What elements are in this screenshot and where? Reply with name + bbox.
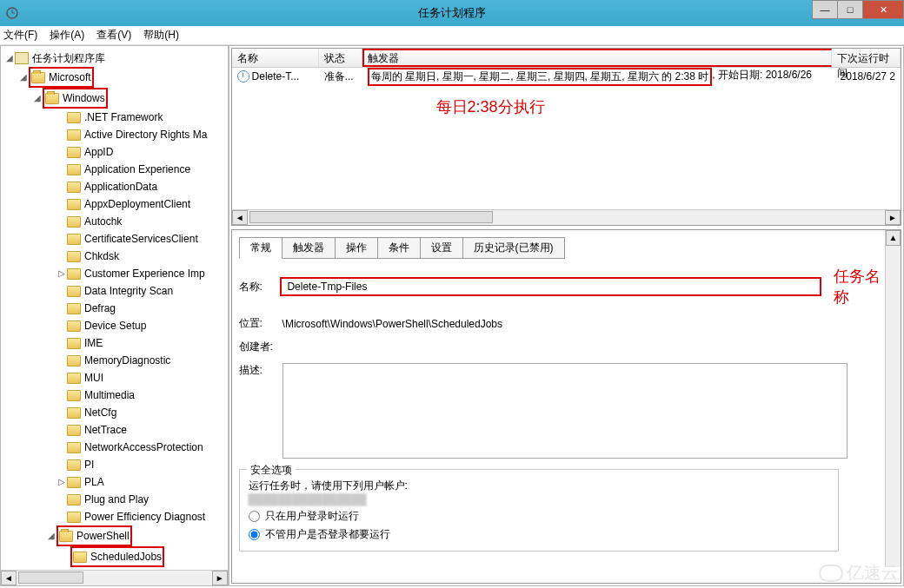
tree-item[interactable]: Chkdsk	[4, 248, 228, 265]
tree-windows[interactable]: Windows	[63, 89, 105, 107]
task-next-run: 2018/6/27 2	[835, 70, 901, 83]
tab-history[interactable]: 历史记录(已禁用)	[462, 237, 565, 259]
task-detail: 常规 触发器 操作 条件 设置 历史记录(已禁用) 名称: Delete-Tmp…	[231, 229, 901, 584]
tree-item[interactable]: AppID	[4, 143, 228, 161]
minimize-button[interactable]: —	[812, 0, 838, 19]
folder-icon	[67, 459, 81, 471]
app-icon	[5, 6, 19, 20]
tree-item[interactable]: PI	[4, 456, 228, 473]
scroll-right-icon[interactable]: ►	[212, 571, 228, 585]
tree-horizontal-scrollbar[interactable]: ◄ ►	[1, 570, 228, 585]
folder-icon	[67, 164, 81, 175]
library-icon	[15, 52, 29, 64]
tree-item[interactable]: Plug and Play	[4, 491, 228, 508]
scroll-left-icon[interactable]: ◄	[1, 571, 17, 585]
tree-item[interactable]: Active Directory Rights Ma	[4, 126, 228, 143]
window-title: 任务计划程序	[418, 5, 486, 21]
folder-icon	[67, 199, 81, 210]
task-name: Delete-T...	[252, 70, 300, 83]
tab-triggers[interactable]: 触发器	[282, 237, 336, 259]
folder-icon	[67, 234, 81, 245]
tab-conditions[interactable]: 条件	[377, 237, 421, 259]
description-input[interactable]	[282, 363, 848, 459]
tab-general[interactable]: 常规	[239, 237, 282, 259]
scroll-thumb[interactable]	[18, 571, 83, 584]
menu-file[interactable]: 文件(F)	[3, 28, 37, 43]
task-status: 准备...	[319, 69, 362, 84]
detail-vertical-scrollbar[interactable]: ▲	[885, 230, 901, 567]
folder-icon	[67, 425, 81, 436]
scroll-thumb[interactable]	[249, 211, 493, 223]
scroll-left-icon[interactable]: ◄	[232, 210, 248, 225]
task-trigger: 每周的 星期日, 星期一, 星期二, 星期三, 星期四, 星期五, 星期六 的 …	[368, 68, 713, 86]
folder-icon	[67, 442, 81, 453]
folder-icon	[67, 320, 81, 332]
tree-item[interactable]: MUI	[4, 369, 228, 386]
tree-item[interactable]: NetCfg	[4, 404, 228, 421]
folder-icon	[67, 477, 81, 488]
annotation-daily: 每日2:38分执行	[436, 96, 545, 117]
security-account-line: 运行任务时，请使用下列用户帐户:	[249, 479, 829, 493]
tree-item[interactable]: CertificateServicesClient	[4, 230, 228, 248]
tab-actions[interactable]: 操作	[335, 237, 378, 259]
tree-root[interactable]: 任务计划程序库	[32, 50, 105, 67]
tab-settings[interactable]: 设置	[420, 237, 463, 259]
task-name-input[interactable]: Delete-Tmp-Files	[280, 277, 821, 296]
menu-view[interactable]: 查看(V)	[96, 28, 131, 43]
folder-icon	[67, 303, 81, 314]
tree-item[interactable]: Multimedia	[4, 386, 228, 404]
value-location: \Microsoft\Windows\PowerShell\ScheduledJ…	[282, 318, 502, 330]
scroll-up-icon[interactable]: ▲	[886, 230, 901, 246]
col-trigger[interactable]: 触发器	[362, 49, 832, 67]
tree-item[interactable]: Power Efficiency Diagnost	[4, 508, 228, 525]
scroll-right-icon[interactable]: ►	[885, 210, 901, 225]
security-legend: 安全选项	[247, 463, 296, 478]
tree-item[interactable]: IME	[4, 334, 228, 352]
navigation-tree[interactable]: ◢任务计划程序库 ◢Microsoft ◢Windows .NET Framew…	[1, 46, 229, 585]
menu-action[interactable]: 操作(A)	[50, 28, 84, 43]
detail-tabs: 常规 触发器 操作 条件 设置 历史记录(已禁用)	[239, 237, 894, 259]
label-name: 名称:	[239, 280, 281, 294]
tree-item[interactable]: ApplicationData	[4, 178, 228, 195]
tree-item[interactable]: .NET Framework	[4, 109, 228, 126]
radio-logged-on[interactable]: 只在用户登录时运行	[249, 509, 829, 524]
folder-icon	[67, 147, 81, 158]
menu-help[interactable]: 帮助(H)	[143, 28, 179, 43]
label-location: 位置:	[239, 316, 282, 331]
col-status[interactable]: 状态	[319, 49, 362, 67]
folder-icon	[67, 355, 81, 367]
task-row[interactable]: Delete-T... 准备... 每周的 星期日, 星期一, 星期二, 星期三…	[232, 68, 901, 85]
radio-any-logon[interactable]: 不管用户是否登录都要运行	[249, 527, 829, 542]
folder-icon	[67, 182, 81, 193]
account-name-blurred: ████████████████	[249, 493, 829, 505]
folder-icon	[67, 373, 81, 384]
title-bar: 任务计划程序 — □ ✕	[0, 0, 904, 26]
tree-item[interactable]: ▷PLA	[4, 473, 228, 491]
close-button[interactable]: ✕	[862, 0, 904, 19]
folder-icon	[59, 531, 73, 542]
tree-scheduledjobs[interactable]: ScheduledJobs	[90, 548, 162, 565]
tree-item[interactable]: Defrag	[4, 300, 228, 317]
folder-icon	[67, 216, 81, 228]
tree-powershell[interactable]: PowerShell	[76, 527, 130, 545]
tree-microsoft[interactable]: Microsoft	[49, 69, 91, 86]
tree-item[interactable]: Data Integrity Scan	[4, 282, 228, 300]
folder-icon	[67, 251, 81, 262]
tree-item[interactable]: MemoryDiagnostic	[4, 352, 228, 369]
folder-icon	[67, 112, 81, 123]
list-horizontal-scrollbar[interactable]: ◄ ►	[232, 209, 901, 225]
tree-item[interactable]: ▷Customer Experience Imp	[4, 265, 228, 282]
task-trigger-tail: , 开始日期: 2018/6/26	[712, 68, 812, 86]
tree-item[interactable]: Application Experience	[4, 161, 228, 178]
tree-item[interactable]: Autochk	[4, 213, 228, 230]
folder-icon	[67, 407, 81, 419]
folder-icon	[67, 286, 81, 297]
tree-item[interactable]: NetTrace	[4, 421, 228, 439]
security-options: 安全选项 运行任务时，请使用下列用户帐户: ████████████████ 只…	[239, 469, 839, 552]
col-next[interactable]: 下次运行时间	[832, 49, 901, 67]
col-name[interactable]: 名称	[232, 49, 319, 67]
tree-item[interactable]: Device Setup	[4, 317, 228, 334]
tree-item[interactable]: NetworkAccessProtection	[4, 439, 228, 456]
tree-item[interactable]: AppxDeploymentClient	[4, 195, 228, 213]
maximize-button[interactable]: □	[837, 0, 863, 19]
